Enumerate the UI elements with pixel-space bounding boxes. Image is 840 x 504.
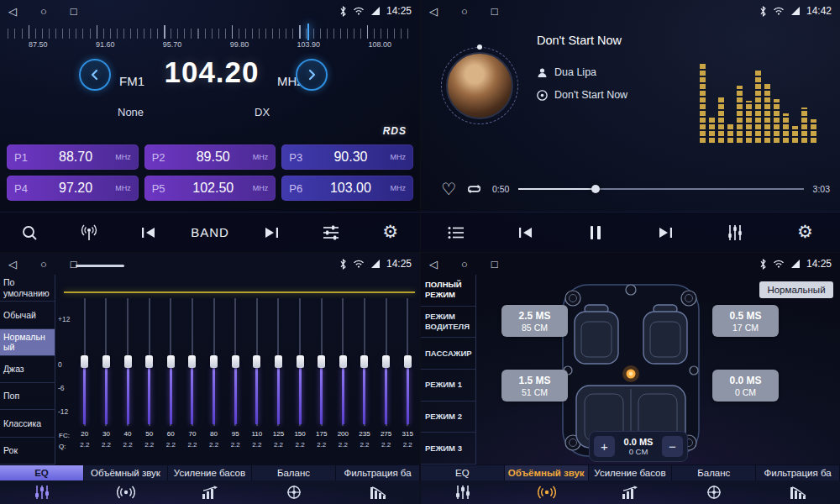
eq-slider-knob[interactable]	[297, 355, 304, 368]
surround-mode-item[interactable]: РЕЖИМ ВОДИТЕЛЯ	[421, 307, 475, 339]
eq-band-slider[interactable]	[79, 298, 91, 426]
scan-button[interactable]	[13, 216, 46, 249]
eq-slider-knob[interactable]	[253, 355, 260, 368]
audio-tab-bass-boost[interactable]: Усиление басов	[168, 465, 252, 480]
eq-preset-item[interactable]: Поп	[0, 383, 55, 410]
back-icon[interactable]: ◁	[429, 259, 438, 270]
bass-boost-tab-icon[interactable]	[589, 480, 673, 504]
eq-slider-knob[interactable]	[232, 355, 239, 368]
eq-band-slider[interactable]	[229, 298, 241, 426]
eq-slider-knob[interactable]	[102, 355, 110, 368]
band-button[interactable]: BAND	[191, 225, 229, 239]
surround-mode-item[interactable]: РЕЖИМ 1	[421, 370, 475, 402]
progress-knob[interactable]	[591, 185, 600, 193]
preset-button-p1[interactable]: P188.70MHz	[7, 144, 139, 170]
filter-tab-icon[interactable]	[336, 480, 420, 504]
eq-slider-knob[interactable]	[167, 355, 175, 368]
favorite-button[interactable]: ♡	[441, 181, 456, 197]
broadcast-button[interactable]	[72, 216, 106, 249]
bass-boost-tab-icon[interactable]	[168, 480, 252, 504]
audio-tab-eq[interactable]: EQ	[421, 465, 505, 480]
eq-slider-knob[interactable]	[81, 355, 88, 368]
back-icon[interactable]: ◁	[8, 259, 17, 270]
eq-band-slider[interactable]	[381, 298, 392, 426]
eq-band-slider[interactable]	[144, 298, 155, 426]
audio-tab-filter[interactable]: Фильтрация ба	[756, 465, 840, 480]
home-icon[interactable]: ○	[461, 6, 468, 17]
surround-mode-item[interactable]: ПАССАЖИР	[421, 338, 475, 370]
tune-up-button[interactable]	[296, 59, 328, 91]
eq-tab-icon[interactable]	[0, 480, 84, 504]
eq-slider-knob[interactable]	[339, 355, 347, 368]
balance-tab-icon[interactable]	[252, 480, 336, 504]
surround-mode-item[interactable]: ПОЛНЫЙ РЕЖИМ	[421, 275, 475, 307]
repeat-icon[interactable]	[465, 182, 483, 196]
eq-band-slider[interactable]	[402, 298, 413, 426]
delay-front-left[interactable]: 2.5 MS 85 CM	[501, 305, 568, 337]
eq-preset-item[interactable]: Обычай	[0, 302, 55, 328]
tune-down-button[interactable]	[79, 59, 111, 91]
eq-slider-knob[interactable]	[124, 355, 132, 368]
back-icon[interactable]: ◁	[429, 6, 438, 17]
home-icon[interactable]: ○	[461, 259, 468, 270]
recents-icon[interactable]: □	[491, 259, 498, 270]
eq-band-slider[interactable]	[294, 298, 306, 426]
eq-band-slider[interactable]	[186, 298, 198, 426]
settings-button[interactable]: ⚙	[788, 216, 822, 249]
home-icon[interactable]: ○	[40, 6, 47, 17]
audio-tab-balance[interactable]: Баланс	[672, 465, 756, 480]
back-icon[interactable]: ◁	[8, 6, 17, 17]
audio-tab-balance[interactable]: Баланс	[252, 465, 336, 480]
eq-band-slider[interactable]	[251, 298, 263, 426]
preset-button-p4[interactable]: P497.20MHz	[7, 176, 139, 201]
surround-mode-item[interactable]: РЕЖИМ 3	[421, 433, 475, 465]
audio-tab-filter[interactable]: Фильтрация ба	[336, 465, 420, 480]
recents-icon[interactable]: □	[71, 259, 77, 270]
pause-button[interactable]	[579, 216, 612, 249]
eq-band-slider[interactable]	[100, 298, 112, 426]
preset-button-p3[interactable]: P390.30MHz	[281, 144, 413, 170]
eq-slider-knob[interactable]	[382, 355, 390, 368]
equalizer-button[interactable]	[718, 216, 752, 249]
home-icon[interactable]: ○	[40, 259, 47, 270]
recents-icon[interactable]: □	[491, 6, 498, 17]
next-track-button[interactable]	[648, 216, 682, 249]
audio-tab-eq[interactable]: EQ	[0, 465, 84, 480]
next-station-button[interactable]	[255, 216, 288, 249]
preset-button-p5[interactable]: P5102.50MHz	[144, 176, 276, 201]
delay-decrease-button[interactable]: −	[662, 436, 683, 457]
audio-tab-surround[interactable]: Объёмный звук	[84, 465, 168, 480]
eq-preset-item[interactable]: Рок	[0, 438, 55, 465]
eq-band-slider[interactable]	[337, 298, 349, 426]
preset-button-p6[interactable]: P6103.00MHz	[281, 176, 413, 201]
eq-preset-item[interactable]: Джаз	[0, 356, 55, 383]
filter-tab-icon[interactable]	[756, 480, 840, 504]
balance-tab-icon[interactable]	[672, 480, 756, 504]
eq-preset-item[interactable]: Классика	[0, 410, 55, 437]
delay-rear-right[interactable]: 0.0 MS 0 CM	[712, 370, 779, 402]
surround-tab-icon[interactable]	[84, 480, 168, 504]
delay-rear-left[interactable]: 1.5 MS 51 CM	[501, 370, 568, 402]
eq-band-slider[interactable]	[272, 298, 284, 426]
eq-tab-icon[interactable]	[421, 480, 505, 504]
eq-slider-knob[interactable]	[188, 355, 196, 368]
frequency-scale[interactable]: 87.50 91.60 95.70 99.80 103.90 108.00	[7, 25, 413, 54]
eq-slider-knob[interactable]	[404, 355, 412, 368]
eq-slider-knob[interactable]	[210, 355, 218, 368]
eq-slider-knob[interactable]	[318, 355, 325, 368]
eq-band-slider[interactable]	[359, 298, 370, 426]
delay-front-right[interactable]: 0.5 MS 17 CM	[712, 305, 779, 337]
sound-profile-button[interactable]: Нормальный	[759, 281, 833, 298]
audio-tab-surround[interactable]: Объёмный звук	[505, 465, 589, 480]
eq-band-slider[interactable]	[208, 298, 220, 426]
eq-band-slider[interactable]	[165, 298, 176, 426]
eq-preset-item[interactable]: Нормальный	[0, 329, 55, 356]
previous-station-button[interactable]	[132, 216, 165, 249]
audio-tab-bass-boost[interactable]: Усиление басов	[589, 465, 673, 480]
progress-slider[interactable]	[518, 184, 803, 194]
surround-mode-item[interactable]: РЕЖИМ 2	[421, 402, 475, 433]
surround-tab-icon[interactable]	[505, 480, 589, 504]
eq-slider-knob[interactable]	[360, 355, 368, 368]
preset-button-p2[interactable]: P289.50MHz	[144, 144, 276, 170]
playlist-button[interactable]	[439, 216, 473, 249]
